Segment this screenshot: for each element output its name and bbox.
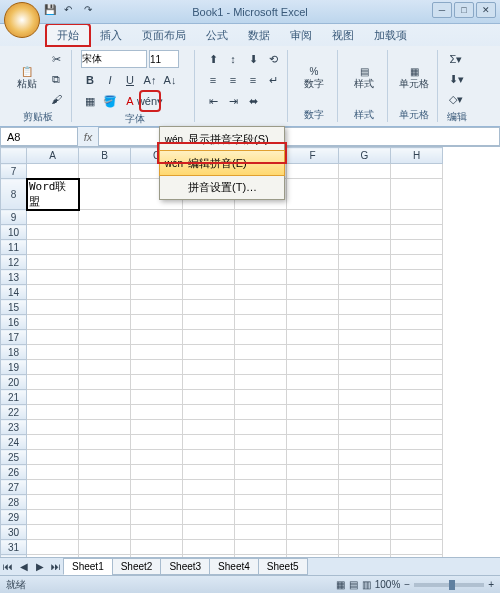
cell[interactable] (287, 360, 339, 375)
cell[interactable] (79, 450, 131, 465)
cell[interactable] (131, 405, 183, 420)
cell[interactable] (339, 315, 391, 330)
cell[interactable] (27, 345, 79, 360)
zoom-slider[interactable] (414, 583, 484, 587)
cell[interactable] (391, 540, 443, 555)
cell[interactable] (27, 240, 79, 255)
cell[interactable] (235, 360, 287, 375)
cell[interactable] (183, 225, 235, 240)
cell[interactable] (131, 450, 183, 465)
decrease-indent-icon[interactable]: ⇤ (204, 92, 222, 110)
cell[interactable] (27, 465, 79, 480)
cell[interactable] (27, 375, 79, 390)
cell[interactable] (27, 330, 79, 345)
save-icon[interactable]: 💾 (44, 4, 60, 20)
cell[interactable] (235, 390, 287, 405)
cell[interactable] (391, 210, 443, 225)
cell[interactable] (287, 495, 339, 510)
cell[interactable] (235, 405, 287, 420)
italic-button[interactable]: I (101, 71, 119, 89)
cell[interactable] (391, 465, 443, 480)
row-header[interactable]: 15 (1, 300, 27, 315)
cell[interactable] (27, 420, 79, 435)
cell[interactable] (27, 495, 79, 510)
cell[interactable] (79, 480, 131, 495)
cell[interactable] (131, 360, 183, 375)
copy-icon[interactable]: ⧉ (47, 70, 65, 88)
cell[interactable] (235, 420, 287, 435)
cell[interactable] (183, 315, 235, 330)
cell[interactable] (339, 450, 391, 465)
cell[interactable] (183, 240, 235, 255)
cell[interactable] (79, 510, 131, 525)
cell[interactable] (287, 240, 339, 255)
cell[interactable] (235, 240, 287, 255)
cell[interactable] (287, 540, 339, 555)
maximize-button[interactable]: □ (454, 2, 474, 18)
cell[interactable] (131, 480, 183, 495)
cell[interactable] (287, 390, 339, 405)
cell[interactable] (183, 375, 235, 390)
view-normal-icon[interactable]: ▦ (336, 579, 345, 590)
cell[interactable] (339, 420, 391, 435)
cell[interactable] (339, 495, 391, 510)
align-center-icon[interactable]: ≡ (224, 71, 242, 89)
pinyin-button[interactable]: wén▾ (141, 92, 159, 110)
office-button[interactable] (4, 2, 40, 38)
cell[interactable] (339, 480, 391, 495)
cell[interactable] (287, 525, 339, 540)
cell[interactable] (131, 300, 183, 315)
cell[interactable] (339, 285, 391, 300)
cell[interactable] (287, 450, 339, 465)
cell[interactable] (27, 510, 79, 525)
cell[interactable] (391, 525, 443, 540)
cell[interactable] (79, 255, 131, 270)
cells-button[interactable]: ▦单元格 (397, 50, 431, 106)
view-layout-icon[interactable]: ▤ (349, 579, 358, 590)
cell[interactable] (79, 435, 131, 450)
cell[interactable] (79, 330, 131, 345)
view-pagebreak-icon[interactable]: ▥ (362, 579, 371, 590)
row-header[interactable]: 18 (1, 345, 27, 360)
paste-button[interactable]: 📋 粘贴 (10, 50, 44, 106)
align-left-icon[interactable]: ≡ (204, 71, 222, 89)
pinyin-menu-item[interactable]: wén显示拼音字段(S) (160, 127, 284, 151)
row-header[interactable]: 16 (1, 315, 27, 330)
cell[interactable] (79, 300, 131, 315)
cell[interactable] (183, 285, 235, 300)
cell[interactable] (391, 179, 443, 210)
cell[interactable] (235, 375, 287, 390)
cell[interactable] (235, 225, 287, 240)
cell[interactable] (27, 480, 79, 495)
cell[interactable] (79, 315, 131, 330)
row-header[interactable]: 24 (1, 435, 27, 450)
cell[interactable] (183, 405, 235, 420)
row-header[interactable]: 28 (1, 495, 27, 510)
cell[interactable] (79, 210, 131, 225)
cell[interactable] (183, 300, 235, 315)
font-size-select[interactable] (149, 50, 179, 68)
cell[interactable] (391, 480, 443, 495)
cell[interactable] (131, 390, 183, 405)
cell[interactable] (339, 225, 391, 240)
cell[interactable] (287, 420, 339, 435)
cell[interactable] (287, 255, 339, 270)
row-header[interactable]: 29 (1, 510, 27, 525)
cell[interactable] (339, 270, 391, 285)
cell[interactable] (183, 390, 235, 405)
cell[interactable] (339, 210, 391, 225)
cell[interactable] (183, 420, 235, 435)
fill-color-button[interactable]: 🪣 (101, 92, 119, 110)
cell[interactable] (27, 435, 79, 450)
cell[interactable] (339, 405, 391, 420)
cell[interactable] (183, 345, 235, 360)
cell[interactable] (131, 225, 183, 240)
row-header[interactable]: 26 (1, 465, 27, 480)
merge-cells-icon[interactable]: ⬌ (244, 92, 262, 110)
cell[interactable] (131, 345, 183, 360)
cell[interactable] (391, 255, 443, 270)
cell[interactable] (235, 495, 287, 510)
cell[interactable] (287, 510, 339, 525)
cell[interactable] (235, 480, 287, 495)
cell[interactable] (287, 164, 339, 179)
